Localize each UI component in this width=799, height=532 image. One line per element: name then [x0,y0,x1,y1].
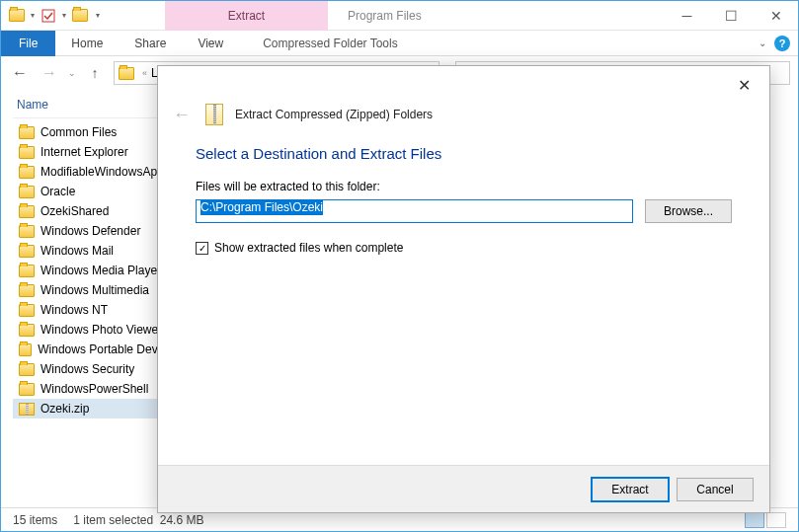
contextual-tab-label: Extract [165,1,328,31]
maximize-button[interactable]: ☐ [709,1,754,30]
list-item-selected[interactable]: Ozeki.zip [13,399,179,418]
list-item[interactable]: Windows Mail [13,241,179,261]
list-item[interactable]: WindowsPowerShell [13,379,179,399]
list-item[interactable]: Windows Security [13,359,179,379]
dialog-close-button[interactable]: ✕ [724,70,763,100]
breadcrumb-separator-icon[interactable]: « [142,68,147,78]
nav-back-button[interactable]: ← [9,62,31,84]
folder-icon [19,304,35,317]
column-header-name[interactable]: Name [13,94,179,118]
help-icon[interactable]: ? [774,36,790,51]
svg-rect-0 [42,10,54,22]
tab-home[interactable]: Home [55,31,119,56]
qat-customize-icon[interactable]: ▾ [96,11,100,20]
folder-icon [19,324,35,337]
list-item[interactable]: Oracle [13,182,179,201]
tab-view[interactable]: View [182,31,239,56]
properties-icon[interactable] [39,6,58,26]
quick-access-toolbar: ▾ ▾ ▾ [1,6,106,26]
folder-icon [19,186,35,198]
minimize-button[interactable]: ─ [665,1,709,30]
dialog-header: ← Extract Compressed (Zipped) Folders [158,104,769,139]
tab-share[interactable]: Share [119,31,182,56]
list-item[interactable]: Windows NT [13,300,179,320]
qat-split-icon[interactable]: ▾ [31,11,35,20]
details-view-button[interactable] [745,512,764,528]
dialog-back-button: ← [170,105,194,125]
cancel-button[interactable]: Cancel [677,478,754,501]
list-item[interactable]: Windows Photo Viewer [13,320,179,340]
checkbox-icon[interactable]: ✓ [196,242,208,255]
large-icons-view-button[interactable] [766,512,786,528]
folder-icon [19,146,35,159]
nav-forward-button: → [39,62,60,84]
list-item[interactable]: OzekiShared [13,201,179,221]
list-item[interactable]: Windows Portable Devices [13,340,179,359]
nav-history-icon[interactable]: ⌄ [68,68,76,78]
browse-button[interactable]: Browse... [645,199,732,223]
ribbon-collapse-icon[interactable]: ⌄ [759,38,766,48]
destination-input[interactable]: C:\Program Files\Ozeki [196,199,633,223]
folder-icon [19,363,35,376]
list-item[interactable]: Internet Explorer [13,142,179,162]
zip-icon [205,104,223,125]
list-item[interactable]: Windows Multimedia [13,280,179,300]
folder-icon [19,383,35,396]
checkbox-label: Show extracted files when complete [214,241,403,255]
folder-icon [19,166,35,179]
title-bar: ▾ ▾ ▾ Extract Program Files ─ ☐ ✕ [1,1,798,31]
file-tab[interactable]: File [1,31,55,56]
folder-icon [19,284,35,297]
list-item[interactable]: ModifiableWindowsApps [13,162,179,182]
window-title: Program Files [328,9,665,23]
show-files-checkbox-row[interactable]: ✓ Show extracted files when complete [196,241,732,255]
dialog-title: Extract Compressed (Zipped) Folders [235,108,433,121]
folder-icon [19,343,32,356]
dialog-heading: Select a Destination and Extract Files [196,145,732,162]
zip-icon [19,403,35,416]
ribbon-tabs: File Home Share View Compressed Folder T… [1,31,798,56]
dialog-footer: Extract Cancel [158,465,769,512]
folder-icon[interactable] [7,6,27,26]
status-selection: 1 item selected 24.6 MB [73,513,203,527]
file-list: Name Common Files Internet Explorer Modi… [1,90,179,507]
status-item-count: 15 items [13,513,57,527]
list-item[interactable]: Windows Media Player [13,261,179,280]
list-item[interactable]: Common Files [13,122,179,142]
close-button[interactable]: ✕ [754,1,798,30]
folder-icon [19,225,35,238]
tab-compressed-tools[interactable]: Compressed Folder Tools [247,31,414,56]
destination-label: Files will be extracted to this folder: [196,180,732,193]
folder-icon [19,126,35,139]
nav-up-button[interactable]: ↑ [84,62,106,84]
qat-new-folder-icon[interactable] [70,6,90,26]
qat-split-icon[interactable]: ▾ [62,11,66,20]
folder-icon [119,67,134,80]
folder-icon [19,205,35,218]
list-item[interactable]: Windows Defender [13,221,179,241]
extract-dialog: ✕ ← Extract Compressed (Zipped) Folders … [157,65,770,513]
folder-icon [19,245,35,258]
extract-button[interactable]: Extract [592,478,669,501]
folder-icon [19,265,35,277]
dialog-title-bar: ✕ [158,66,769,104]
